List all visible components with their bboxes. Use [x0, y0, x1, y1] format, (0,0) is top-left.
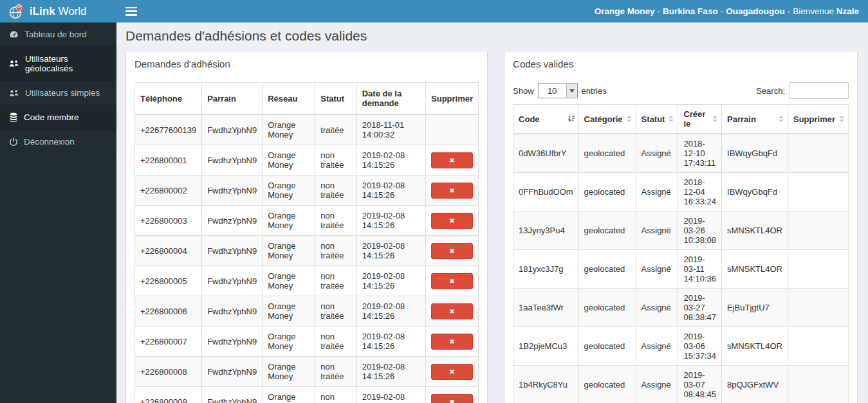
table-row: 181yxc3J7g geolocated Assigné 2019-03-11… — [513, 250, 849, 289]
requests-table: Téléphone Parrain Réseau Statut Date de … — [134, 82, 479, 403]
close-icon: ✖ — [449, 278, 454, 285]
page-size-value: 10 — [539, 86, 566, 96]
page-length-control: Show 10 entries — [513, 83, 607, 98]
brand-regular: World — [58, 5, 86, 17]
column-header-reseau: Réseau — [263, 83, 315, 115]
sidebar-toggle-icon[interactable] — [125, 7, 137, 16]
table-row: 1aaTee3fWr geolocated Assigné 2019-03-27… — [513, 289, 849, 327]
network-name: Orange Money — [595, 6, 655, 16]
sidebar-item-label: Déconnexion — [24, 137, 75, 147]
sidebar-item-label: Tableau de bord — [24, 30, 87, 39]
page-size-select[interactable]: 10 — [538, 83, 578, 98]
delete-request-button[interactable]: ✖ — [431, 243, 473, 259]
search-label: Search: — [756, 86, 785, 96]
datatable-controls: Show 10 entries Search: — [513, 82, 849, 99]
close-icon: ✖ — [449, 338, 454, 345]
delete-request-button[interactable]: ✖ — [431, 273, 473, 289]
brand-text: iLink World — [30, 5, 87, 18]
power-icon — [9, 137, 18, 147]
sort-icon — [627, 116, 632, 122]
city-name: Ouagadougou — [726, 6, 785, 16]
table-row: 0FFhBudOOm geolocated Assigné 2018-12-04… — [513, 173, 849, 211]
search-control: Search: — [756, 82, 849, 99]
table-row: 13Jyny3Pu4 geolocated Assigné 2019-03-26… — [513, 211, 849, 250]
column-header-supprimer: Supprimer — [426, 83, 479, 115]
sidebar-item-utilisateurs-geolocalises[interactable]: Utilisateurs géolocalisés — [0, 47, 116, 81]
sidebar-item-label: Utilisateurs géolocalisés — [25, 54, 113, 73]
column-header-code[interactable]: Code — [513, 105, 579, 134]
column-header-date: Date de la demande — [356, 83, 425, 115]
column-header-statut[interactable]: Statut — [636, 105, 678, 134]
top-bar: $ iLink World Orange Money-Burkina Faso-… — [0, 0, 868, 22]
table-row: +226800002 FwdhzYphN9 Orange Money non t… — [135, 175, 479, 206]
delete-request-button[interactable]: ✖ — [431, 152, 473, 168]
table-row: 1b4RkyC8Yu geolocated Assigné 2019-03-07… — [513, 366, 849, 403]
column-header-parrain: Parrain — [202, 83, 263, 115]
close-icon: ✖ — [449, 217, 454, 224]
column-header-categorie[interactable]: Catégorie — [578, 105, 636, 134]
table-row: +22677600139 FwdhzYphN9 Orange Money tra… — [135, 114, 479, 145]
users-icon — [9, 89, 19, 98]
delete-request-button[interactable]: ✖ — [431, 364, 473, 380]
delete-request-button[interactable]: ✖ — [431, 213, 473, 229]
sidebar-item-tableau-de-bord[interactable]: Tableau de bord — [0, 22, 116, 47]
column-header-supprimer[interactable]: Supprimer — [788, 105, 848, 134]
codes-panel: Codes valides Show 10 entries Search: — [504, 51, 858, 403]
requests-panel: Demandes d'adhésion Téléphone Parrain Ré… — [125, 51, 488, 403]
sort-icon — [779, 116, 784, 122]
chevron-down-icon — [566, 84, 577, 98]
close-icon: ✖ — [449, 187, 454, 194]
table-row: +226800009 FwdhzYphN9 Orange Money non t… — [135, 387, 479, 403]
table-row: +226800007 FwdhzYphN9 Orange Money non t… — [135, 327, 479, 357]
sidebar: Tableau de bord Utilisateurs géolocalisé… — [0, 22, 116, 403]
dashboard-icon — [9, 30, 19, 39]
username: Nzale — [836, 6, 859, 16]
user-context: Orange Money-Burkina Faso-Ouagadougou-Bi… — [595, 6, 859, 16]
globe-pin-icon: $ — [8, 3, 24, 20]
column-header-telephone: Téléphone — [135, 83, 202, 115]
sort-icon — [839, 116, 844, 122]
svg-text:$: $ — [18, 4, 20, 8]
column-header-statut: Statut — [315, 83, 356, 115]
welcome-label: Bienvenue — [793, 6, 834, 16]
database-icon — [9, 112, 18, 122]
table-row: +226800005 FwdhzYphN9 Orange Money non t… — [135, 266, 479, 296]
delete-request-button[interactable]: ✖ — [431, 394, 473, 403]
delete-request-button[interactable]: ✖ — [431, 183, 473, 199]
sidebar-item-label: Utilisateurs simples — [25, 88, 100, 98]
sidebar-item-code-membre[interactable]: Code membre — [0, 105, 116, 130]
column-header-creer-le[interactable]: Créer le — [678, 105, 722, 134]
close-icon: ✖ — [449, 399, 454, 403]
show-label: Show — [513, 86, 534, 96]
country-name: Burkina Faso — [663, 6, 718, 16]
requests-panel-title: Demandes d'adhésion — [134, 58, 479, 71]
app-logo[interactable]: $ iLink World — [0, 0, 116, 22]
codes-table: Code Catégorie — [513, 104, 849, 403]
table-row: +226800006 FwdhzYphN9 Orange Money non t… — [135, 296, 479, 327]
sort-asc-icon — [568, 115, 575, 123]
table-row: +226800008 FwdhzYphN9 Orange Money non t… — [135, 357, 479, 387]
sidebar-item-deconnexion[interactable]: Déconnexion — [0, 130, 116, 154]
search-input[interactable] — [789, 82, 849, 99]
entries-label: entries — [582, 86, 607, 96]
users-icon — [9, 59, 19, 68]
table-row: +226800004 FwdhzYphN9 Orange Money non t… — [135, 236, 479, 266]
close-icon: ✖ — [449, 368, 454, 375]
table-row: +226800001 FwdhzYphN9 Orange Money non t… — [135, 145, 479, 175]
table-row: +226800003 FwdhzYphN9 Orange Money non t… — [135, 206, 479, 236]
close-icon: ✖ — [449, 247, 454, 255]
sidebar-item-label: Code membre — [24, 112, 79, 122]
sort-icon — [669, 116, 674, 122]
table-row: 0dW36UfbrY geolocated Assigné 2018-12-10… — [513, 134, 849, 173]
page-title: Demandes d'adhésions et codes valides — [125, 28, 858, 44]
navbar: Orange Money-Burkina Faso-Ouagadougou-Bi… — [116, 0, 868, 22]
sidebar-item-utilisateurs-simples[interactable]: Utilisateurs simples — [0, 81, 116, 105]
close-icon: ✖ — [449, 308, 454, 315]
column-header-parrain[interactable]: Parrain — [722, 105, 788, 134]
delete-request-button[interactable]: ✖ — [431, 334, 473, 350]
main-content: Demandes d'adhésions et codes valides De… — [116, 22, 868, 403]
sort-icon — [712, 116, 717, 122]
close-icon: ✖ — [449, 157, 454, 164]
table-row: 1B2pjeMCu3 geolocated Assigné 2019-03-06… — [513, 327, 849, 366]
delete-request-button[interactable]: ✖ — [431, 303, 473, 319]
